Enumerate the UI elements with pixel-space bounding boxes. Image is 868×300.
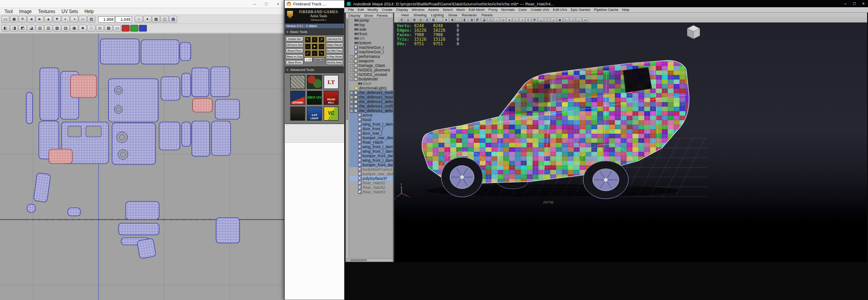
uv-editor-titlebar[interactable]: – □ × xyxy=(0,0,284,8)
outliner-horizontal-scrollbar[interactable] xyxy=(349,258,393,262)
scrollbar-thumb[interactable] xyxy=(346,19,348,120)
viewport-toolbar-icon[interactable]: ▤ xyxy=(399,18,405,22)
uv-toolbar-icon[interactable]: ▤ xyxy=(36,25,44,32)
outliner-vertical-scrollbar[interactable] xyxy=(346,18,349,258)
stone-texture-tool[interactable] xyxy=(290,75,305,89)
color-swatch-icon[interactable] xyxy=(130,25,138,32)
close-button[interactable]: × xyxy=(272,0,284,8)
scrollbar-thumb[interactable] xyxy=(350,259,367,261)
outliner-item[interactable]: Rear_Hatch3 xyxy=(349,190,393,194)
maximize-button[interactable]: □ xyxy=(850,0,859,7)
uv-toolbar-icon[interactable]: ◧ xyxy=(1,25,9,32)
maya-menu-item[interactable]: Create UVs xyxy=(529,8,551,12)
firebrand-titlebar[interactable]: Firebrand Track ... xyxy=(285,0,344,8)
uv-toolbar-icon[interactable]: ▼ xyxy=(53,16,61,23)
maya-menu-item[interactable]: Select xyxy=(441,8,454,12)
outliner-item[interactable]: Rear_Hatch xyxy=(349,140,393,145)
maya-menu-item[interactable]: Epic Games xyxy=(569,8,592,12)
uv-toolbar-icon[interactable]: ● xyxy=(143,16,151,23)
viewport-toolbar-icon[interactable]: ▭ xyxy=(582,18,588,22)
camo-texture-tool[interactable] xyxy=(307,75,322,89)
outliner-item[interactable]: top xyxy=(349,23,393,27)
minimize-button[interactable]: – xyxy=(841,0,850,7)
viewport-3d-view[interactable]: yxz xyxy=(394,23,867,262)
outliner-item[interactable]: bumper_rear_damage1 xyxy=(349,172,393,176)
outliner-item[interactable]: wing_front_l_damage xyxy=(349,122,393,127)
outliner-item[interactable]: Rear_Hatch1 xyxy=(349,181,393,185)
firebrand-tool-button[interactable]: Reset Pivot xyxy=(286,48,303,53)
outliner-item[interactable]: door_rear_l xyxy=(349,131,393,136)
maya-titlebar[interactable]: Autodesk Maya 2014: D:\projects\BattleRo… xyxy=(344,0,868,7)
uv-toolbar-icon[interactable]: ◐ xyxy=(61,16,70,23)
roadkill-tool[interactable]: ROAD KILL xyxy=(324,91,339,105)
uv-toolbar-icon[interactable]: ▭ xyxy=(113,25,121,32)
outliner-item[interactable]: Rear_Hatch2 xyxy=(349,185,393,190)
firebrand-tool-button[interactable]: X-Ray Mode xyxy=(326,54,344,59)
outliner-item[interactable]: +che_defence1_defenceRear1 xyxy=(349,108,393,113)
outliner-item[interactable]: bumper_rear_damage xyxy=(349,136,393,140)
uv-menu-item[interactable]: Textures xyxy=(35,9,58,14)
nudge-pad-button[interactable]: ↖ xyxy=(305,37,311,43)
uv-toolbar-icon[interactable]: ▥ xyxy=(44,25,52,32)
uv-toolbar-icon[interactable]: ▭ xyxy=(1,16,9,23)
lt-tool[interactable]: LT xyxy=(324,75,339,89)
uv-toolbar-icon[interactable]: ▨ xyxy=(87,16,95,23)
firebrand-tool-button[interactable]: Set Mat Face xyxy=(326,48,344,53)
firebrand-tool-button[interactable]: Camera Fix xyxy=(326,37,344,42)
three-pt-light-tool[interactable]: 3 PT LIGHT xyxy=(307,107,322,121)
viewport-toolbar-icon[interactable]: ▽ xyxy=(544,18,550,22)
uv-toolbar-icon[interactable]: ▲ xyxy=(44,16,52,23)
uv-toolbar-icon[interactable]: ○ xyxy=(135,16,143,23)
viewport-toolbar-icon[interactable]: ▦ xyxy=(411,18,417,22)
maya-menu-item[interactable]: Modify xyxy=(366,8,380,12)
maya-menu-item[interactable]: Edit Mesh xyxy=(467,8,487,12)
outliner-item[interactable]: +che_defence1_roofScoop xyxy=(349,104,393,108)
viewport-menu-item[interactable]: Show xyxy=(446,13,460,17)
viewport-menu-item[interactable]: Lighting xyxy=(429,13,446,17)
nudge-pad-button[interactable]: ● xyxy=(311,43,318,50)
uv-menu-item[interactable]: UV Sets xyxy=(58,9,81,14)
maya-menu-item[interactable]: File xyxy=(346,8,356,12)
viewport-toolbar-icon[interactable]: ◩ xyxy=(475,18,481,22)
expander-icon[interactable]: + xyxy=(350,100,353,103)
outliner-item[interactable]: directionalLight1 xyxy=(349,86,393,90)
viewport-toolbar-icon[interactable]: ▥ xyxy=(405,18,411,22)
nudge-pad-button[interactable]: → xyxy=(318,43,325,50)
color-swatch-icon[interactable] xyxy=(139,25,147,32)
outliner-item[interactable]: +BodyModel xyxy=(349,77,393,81)
viewport-menu-item[interactable]: Renderer xyxy=(460,13,479,17)
outliner-item[interactable]: +che_defence1_defenceRear xyxy=(349,99,393,104)
outliner-item[interactable]: persp xyxy=(349,18,393,23)
viewport-toolbar-icon[interactable]: ◧ xyxy=(462,18,468,22)
uv-toolbar-icon[interactable]: ◨ xyxy=(10,25,18,32)
maya-menu-item[interactable]: Assets xyxy=(426,8,441,12)
v-value-field[interactable] xyxy=(115,16,132,23)
color-swatch-icon[interactable] xyxy=(122,25,130,32)
outliner-menu-item[interactable]: Panels xyxy=(375,14,389,18)
uv-toolbar-icon[interactable]: ▩ xyxy=(104,25,113,32)
minimize-button[interactable]: – xyxy=(249,0,260,8)
u-value-field[interactable] xyxy=(98,16,115,23)
maya-menu-item[interactable]: Window xyxy=(410,8,426,12)
expander-icon[interactable]: + xyxy=(350,109,353,112)
uv-toolbar-icon[interactable]: ▦ xyxy=(152,16,160,23)
outliner-item[interactable]: front xyxy=(349,32,393,36)
outliner-item[interactable]: machineGun_r xyxy=(349,45,393,50)
view-cube[interactable] xyxy=(687,25,700,39)
outliner-item[interactable]: machineGun_l xyxy=(349,50,393,54)
nudge-pad-button[interactable]: ← xyxy=(305,43,311,50)
outliner-menu-item[interactable]: Display xyxy=(347,14,362,18)
uv-toolbar-icon[interactable]: ▦ xyxy=(53,25,61,32)
firebrand-tool-button[interactable]: Make Planar xyxy=(326,42,344,47)
outliner-item[interactable]: hood xyxy=(349,117,393,122)
deo-uv-tool[interactable]: DEO UV xyxy=(307,91,322,105)
uv-toolbar-icon[interactable]: □ xyxy=(87,25,95,32)
nudge-pad-button[interactable]: ↓ xyxy=(311,50,318,56)
nudge-pad-button[interactable]: ↗ xyxy=(318,37,325,43)
uv-toolbar-icon[interactable]: ▱ xyxy=(79,16,87,23)
advanced-tools-header[interactable]: ▼ Advanced Tools xyxy=(285,66,344,73)
outliner-item[interactable]: bodyMainFrame1 xyxy=(349,167,393,172)
viewport-toolbar-icon[interactable]: ◑ xyxy=(519,18,525,22)
maya-menu-item[interactable]: Edit UVs xyxy=(551,8,569,12)
firebrand-tool-button[interactable]: Save Pivot xyxy=(286,60,303,65)
